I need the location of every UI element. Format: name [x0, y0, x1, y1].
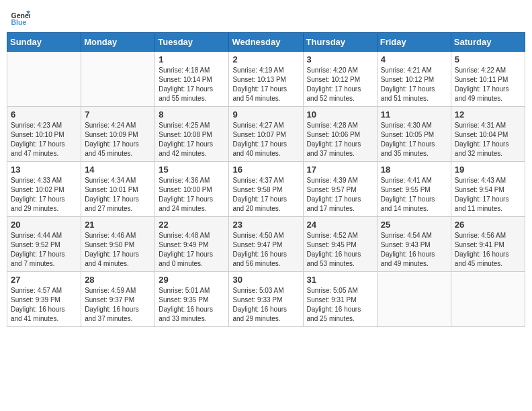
calendar-day-cell: 13Sunrise: 4:33 AMSunset: 10:02 PMDaylig…	[7, 162, 81, 217]
calendar-day-cell: 23Sunrise: 4:50 AMSunset: 9:47 PMDayligh…	[229, 217, 303, 272]
day-info: Sunrise: 5:01 AMSunset: 9:35 PMDaylight:…	[159, 286, 225, 324]
calendar-week-row: 27Sunrise: 4:57 AMSunset: 9:39 PMDayligh…	[7, 272, 525, 327]
calendar-week-row: 13Sunrise: 4:33 AMSunset: 10:02 PMDaylig…	[7, 162, 525, 217]
calendar-day-cell: 5Sunrise: 4:22 AMSunset: 10:11 PMDayligh…	[451, 52, 525, 107]
day-info: Sunrise: 4:30 AMSunset: 10:05 PMDaylight…	[381, 121, 447, 158]
day-number: 13	[11, 165, 77, 175]
day-info: Sunrise: 4:24 AMSunset: 10:09 PMDaylight…	[85, 121, 151, 158]
day-number: 9	[232, 109, 299, 120]
day-number: 14	[85, 165, 151, 175]
page-header: General Blue	[7, 7, 525, 27]
day-info: Sunrise: 4:59 AMSunset: 9:37 PMDaylight:…	[85, 286, 151, 324]
day-info: Sunrise: 4:44 AMSunset: 9:52 PMDaylight:…	[11, 231, 77, 269]
calendar-day-cell: 26Sunrise: 4:56 AMSunset: 9:41 PMDayligh…	[451, 217, 525, 272]
day-number: 30	[232, 275, 299, 285]
day-number: 24	[307, 220, 373, 230]
calendar-day-header: Tuesday	[155, 33, 229, 52]
calendar-day-cell: 10Sunrise: 4:28 AMSunset: 10:06 PMDaylig…	[303, 107, 377, 162]
day-info: Sunrise: 5:03 AMSunset: 9:33 PMDaylight:…	[232, 286, 299, 324]
day-info: Sunrise: 4:20 AMSunset: 10:12 PMDaylight…	[307, 66, 373, 103]
day-number: 17	[307, 165, 373, 175]
day-info: Sunrise: 4:57 AMSunset: 9:39 PMDaylight:…	[11, 286, 77, 324]
calendar-day-cell: 24Sunrise: 4:52 AMSunset: 9:45 PMDayligh…	[303, 217, 377, 272]
calendar-day-cell: 15Sunrise: 4:36 AMSunset: 10:00 PMDaylig…	[155, 162, 229, 217]
calendar-week-row: 6Sunrise: 4:23 AMSunset: 10:10 PMDayligh…	[7, 107, 525, 162]
day-number: 18	[381, 165, 447, 175]
calendar-day-cell: 2Sunrise: 4:19 AMSunset: 10:13 PMDayligh…	[229, 52, 303, 107]
calendar-day-cell: 12Sunrise: 4:31 AMSunset: 10:04 PMDaylig…	[451, 107, 525, 162]
calendar-header-row: SundayMondayTuesdayWednesdayThursdayFrid…	[7, 33, 525, 52]
day-info: Sunrise: 4:33 AMSunset: 10:02 PMDaylight…	[11, 176, 77, 214]
day-number: 20	[11, 220, 77, 230]
day-number: 3	[307, 54, 373, 64]
day-info: Sunrise: 4:25 AMSunset: 10:08 PMDaylight…	[159, 121, 225, 158]
calendar-day-header: Wednesday	[229, 33, 303, 52]
calendar-day-header: Monday	[81, 33, 155, 52]
day-number: 28	[85, 275, 151, 285]
calendar-day-cell	[81, 52, 155, 107]
calendar-day-cell: 6Sunrise: 4:23 AMSunset: 10:10 PMDayligh…	[7, 107, 81, 162]
day-info: Sunrise: 4:27 AMSunset: 10:07 PMDaylight…	[232, 121, 299, 158]
calendar-day-cell: 30Sunrise: 5:03 AMSunset: 9:33 PMDayligh…	[229, 272, 303, 327]
day-number: 4	[381, 54, 447, 64]
day-info: Sunrise: 4:37 AMSunset: 9:58 PMDaylight:…	[232, 176, 299, 214]
calendar-day-cell: 27Sunrise: 4:57 AMSunset: 9:39 PMDayligh…	[7, 272, 81, 327]
calendar-day-header: Saturday	[451, 33, 525, 52]
calendar-day-cell: 16Sunrise: 4:37 AMSunset: 9:58 PMDayligh…	[229, 162, 303, 217]
calendar-day-header: Sunday	[7, 33, 81, 52]
day-info: Sunrise: 4:31 AMSunset: 10:04 PMDaylight…	[455, 121, 521, 158]
day-info: Sunrise: 4:22 AMSunset: 10:11 PMDaylight…	[455, 66, 521, 103]
day-number: 19	[455, 165, 521, 175]
calendar-day-cell: 14Sunrise: 4:34 AMSunset: 10:01 PMDaylig…	[81, 162, 155, 217]
day-number: 26	[455, 220, 521, 230]
day-number: 25	[381, 220, 447, 230]
day-number: 8	[159, 109, 225, 120]
day-number: 23	[232, 220, 299, 230]
logo: General Blue	[10, 7, 30, 27]
day-number: 21	[85, 220, 151, 230]
day-number: 1	[159, 54, 225, 64]
calendar-day-cell: 20Sunrise: 4:44 AMSunset: 9:52 PMDayligh…	[7, 217, 81, 272]
day-info: Sunrise: 4:54 AMSunset: 9:43 PMDaylight:…	[381, 231, 447, 269]
day-info: Sunrise: 4:18 AMSunset: 10:14 PMDaylight…	[159, 66, 225, 103]
calendar-day-cell	[451, 272, 525, 327]
day-info: Sunrise: 4:19 AMSunset: 10:13 PMDaylight…	[232, 66, 299, 103]
day-info: Sunrise: 4:21 AMSunset: 10:12 PMDaylight…	[381, 66, 447, 103]
day-info: Sunrise: 4:52 AMSunset: 9:45 PMDaylight:…	[307, 231, 373, 269]
day-info: Sunrise: 4:43 AMSunset: 9:54 PMDaylight:…	[455, 176, 521, 214]
day-info: Sunrise: 4:34 AMSunset: 10:01 PMDaylight…	[85, 176, 151, 214]
day-number: 11	[381, 109, 447, 120]
day-info: Sunrise: 4:36 AMSunset: 10:00 PMDaylight…	[159, 176, 225, 214]
day-number: 2	[232, 54, 299, 64]
day-number: 29	[159, 275, 225, 285]
calendar-day-cell: 28Sunrise: 4:59 AMSunset: 9:37 PMDayligh…	[81, 272, 155, 327]
calendar-day-cell: 29Sunrise: 5:01 AMSunset: 9:35 PMDayligh…	[155, 272, 229, 327]
calendar-day-cell: 19Sunrise: 4:43 AMSunset: 9:54 PMDayligh…	[451, 162, 525, 217]
day-number: 31	[307, 275, 373, 285]
calendar-day-cell: 3Sunrise: 4:20 AMSunset: 10:12 PMDayligh…	[303, 52, 377, 107]
calendar-day-cell: 1Sunrise: 4:18 AMSunset: 10:14 PMDayligh…	[155, 52, 229, 107]
day-number: 15	[159, 165, 225, 175]
day-info: Sunrise: 4:46 AMSunset: 9:50 PMDaylight:…	[85, 231, 151, 269]
day-info: Sunrise: 4:48 AMSunset: 9:49 PMDaylight:…	[159, 231, 225, 269]
calendar-day-cell: 17Sunrise: 4:39 AMSunset: 9:57 PMDayligh…	[303, 162, 377, 217]
calendar-day-cell: 31Sunrise: 5:05 AMSunset: 9:31 PMDayligh…	[303, 272, 377, 327]
calendar-day-cell	[377, 272, 451, 327]
svg-text:Blue: Blue	[11, 18, 27, 26]
day-number: 7	[85, 109, 151, 120]
day-info: Sunrise: 4:41 AMSunset: 9:55 PMDaylight:…	[381, 176, 447, 214]
day-info: Sunrise: 5:05 AMSunset: 9:31 PMDaylight:…	[307, 286, 373, 324]
calendar-day-header: Thursday	[303, 33, 377, 52]
calendar-week-row: 20Sunrise: 4:44 AMSunset: 9:52 PMDayligh…	[7, 217, 525, 272]
calendar-day-cell: 11Sunrise: 4:30 AMSunset: 10:05 PMDaylig…	[377, 107, 451, 162]
calendar-day-cell	[7, 52, 81, 107]
day-number: 10	[307, 109, 373, 120]
day-number: 16	[232, 165, 299, 175]
calendar-table: SundayMondayTuesdayWednesdayThursdayFrid…	[7, 32, 525, 327]
day-number: 22	[159, 220, 225, 230]
day-number: 6	[11, 109, 77, 120]
calendar-day-cell: 9Sunrise: 4:27 AMSunset: 10:07 PMDayligh…	[229, 107, 303, 162]
day-info: Sunrise: 4:28 AMSunset: 10:06 PMDaylight…	[307, 121, 373, 158]
calendar-day-cell: 18Sunrise: 4:41 AMSunset: 9:55 PMDayligh…	[377, 162, 451, 217]
day-info: Sunrise: 4:39 AMSunset: 9:57 PMDaylight:…	[307, 176, 373, 214]
